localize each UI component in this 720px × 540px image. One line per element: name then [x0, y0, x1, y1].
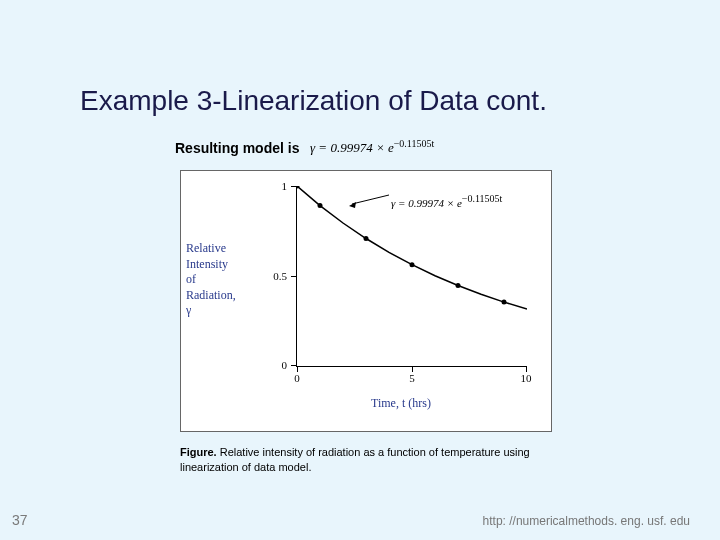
svg-point-1 — [318, 203, 323, 208]
chart: Relative Intensity of Radiation, γ 1 0.5… — [180, 170, 552, 432]
equation: γ = 0.99974 × e−0.11505t — [310, 138, 434, 156]
xtick-5: 5 — [409, 372, 415, 384]
page-number: 37 — [12, 512, 28, 528]
curve-svg — [297, 186, 527, 366]
slide-title: Example 3-Linearization of Data cont. — [80, 85, 547, 117]
ytick-05: 0.5 — [273, 270, 287, 282]
x-axis-label: Time, t (hrs) — [371, 396, 431, 411]
plot-area: 1 0.5 0 0 5 10 — [296, 186, 527, 367]
svg-point-3 — [410, 262, 415, 267]
svg-point-2 — [364, 236, 369, 241]
ytick-0: 0 — [282, 359, 288, 371]
y-axis-label: Relative Intensity of Radiation, γ — [186, 241, 276, 319]
slide: Example 3-Linearization of Data cont. Re… — [0, 0, 720, 540]
svg-point-4 — [456, 283, 461, 288]
svg-line-6 — [352, 195, 389, 204]
figure-caption: Figure. Relative intensity of radiation … — [180, 445, 550, 476]
source-url: http: //numericalmethods. eng. usf. edu — [483, 514, 690, 528]
resulting-model-label: Resulting model is — [175, 140, 299, 156]
chart-annotation: γ = 0.99974 × e−0.11505t — [391, 193, 502, 209]
svg-marker-7 — [349, 202, 356, 208]
ytick-1: 1 — [282, 180, 288, 192]
xtick-10: 10 — [521, 372, 532, 384]
svg-point-5 — [502, 300, 507, 305]
xtick-0: 0 — [294, 372, 300, 384]
